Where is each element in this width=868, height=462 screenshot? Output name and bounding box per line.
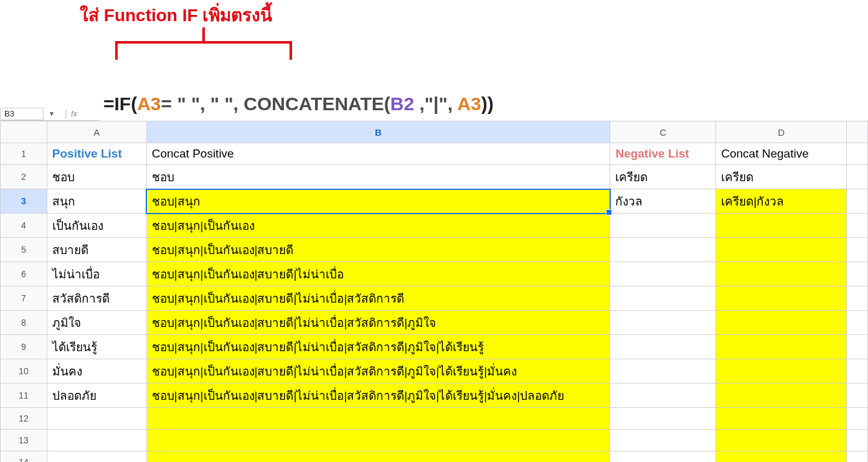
row-num[interactable]: 2	[1, 165, 47, 189]
cell[interactable]	[716, 262, 847, 286]
cell[interactable]: ปลอดภัย	[47, 384, 146, 408]
row-num[interactable]: 10	[1, 359, 47, 384]
name-box-row: ▼ | fx	[0, 107, 100, 121]
row-num[interactable]: 5	[1, 238, 47, 262]
cell[interactable]	[610, 262, 716, 286]
cell[interactable]	[847, 408, 868, 430]
row-num[interactable]: 14	[1, 451, 47, 463]
row-num[interactable]: 8	[1, 311, 47, 335]
table-row: 12	[1, 408, 868, 430]
cell[interactable]	[610, 311, 716, 335]
row-num[interactable]: 6	[1, 262, 47, 286]
cell[interactable]	[847, 335, 868, 359]
annotation-title: ใส่ Function IF เพิ่มตรงนี้	[80, 1, 272, 29]
cell[interactable]	[847, 214, 868, 238]
cell[interactable]	[146, 451, 610, 463]
cell[interactable]	[47, 430, 146, 451]
cell[interactable]	[847, 311, 868, 335]
cell[interactable]	[847, 286, 868, 311]
row-num[interactable]: 4	[1, 214, 47, 238]
cell[interactable]	[716, 408, 847, 430]
col-header-a[interactable]: A	[47, 121, 146, 143]
cell[interactable]: ชอบ|สนุก|เป็นกันเอง	[146, 214, 610, 238]
col-header-b[interactable]: B	[146, 121, 610, 143]
col-header-e[interactable]	[847, 121, 868, 143]
table-row: 10 มั่นคง ชอบ|สนุก|เป็นกันเอง|สบายดี|ไม่…	[1, 359, 868, 384]
cell[interactable]	[847, 430, 868, 451]
cell[interactable]: กังวล	[610, 189, 716, 214]
cell[interactable]	[716, 430, 847, 451]
cell[interactable]	[47, 408, 146, 430]
cell[interactable]: ภูมิใจ	[47, 311, 146, 335]
cell[interactable]: สวัสดิการดี	[47, 286, 146, 311]
cell[interactable]: เป็นกันเอง	[47, 214, 146, 238]
cell[interactable]: มั่นคง	[47, 359, 146, 384]
cell[interactable]	[610, 408, 716, 430]
cell[interactable]: ชอบ|สนุก|เป็นกันเอง|สบายดี|ไม่น่าเบื่อ|ส…	[146, 384, 610, 408]
cell-selected[interactable]: ชอบ|สนุก	[146, 189, 610, 214]
formula-display: =IF(A3= " ", " ", CONCATENATE(B2 ,"|", A…	[103, 93, 494, 115]
row-num[interactable]: 12	[1, 408, 47, 430]
col-header-c[interactable]: C	[610, 121, 716, 143]
cell[interactable]	[847, 262, 868, 286]
cell[interactable]: Concat Negative	[716, 143, 847, 165]
spreadsheet-grid[interactable]: A B C D 1 Positive List Concat Positive …	[0, 121, 868, 462]
cell[interactable]: Negative List	[610, 143, 716, 165]
cell[interactable]	[847, 238, 868, 262]
row-num[interactable]: 11	[1, 384, 47, 408]
fx-label[interactable]: fx	[71, 109, 77, 118]
cell[interactable]: Concat Positive	[146, 143, 610, 165]
name-box-dropdown-icon[interactable]: ▼	[49, 110, 55, 117]
table-row: 4 เป็นกันเอง ชอบ|สนุก|เป็นกันเอง	[1, 214, 868, 238]
col-header-d[interactable]: D	[716, 121, 847, 143]
cell[interactable]: ชอบ|สนุก|เป็นกันเอง|สบายดี|ไม่น่าเบื่อ|ส…	[146, 335, 610, 359]
cell[interactable]	[610, 430, 716, 451]
cell[interactable]: เครียด	[716, 165, 847, 189]
cell[interactable]: ชอบ	[47, 165, 146, 189]
cell[interactable]	[47, 451, 146, 463]
cell[interactable]	[610, 359, 716, 384]
cell[interactable]	[716, 311, 847, 335]
name-box[interactable]	[0, 108, 44, 120]
cell[interactable]	[716, 214, 847, 238]
cell[interactable]: ชอบ|สนุก|เป็นกันเอง|สบายดี|ไม่น่าเบื่อ|ส…	[146, 311, 610, 335]
cell[interactable]	[610, 335, 716, 359]
cell[interactable]: ชอบ	[146, 165, 610, 189]
cell[interactable]: ได้เรียนรู้	[47, 335, 146, 359]
cell[interactable]: ชอบ|สนุก|เป็นกันเอง|สบายดี	[146, 238, 610, 262]
cell[interactable]	[847, 143, 868, 165]
cell[interactable]: ชอบ|สนุก|เป็นกันเอง|สบายดี|ไม่น่าเบื่อ	[146, 262, 610, 286]
cell[interactable]: ชอบ|สนุก|เป็นกันเอง|สบายดี|ไม่น่าเบื่อ|ส…	[146, 286, 610, 311]
cell[interactable]	[716, 451, 847, 463]
cell[interactable]	[847, 359, 868, 384]
cell[interactable]	[716, 238, 847, 262]
cell[interactable]	[716, 359, 847, 384]
cell[interactable]	[146, 408, 610, 430]
cell[interactable]	[610, 214, 716, 238]
cell[interactable]	[716, 286, 847, 311]
select-all-corner[interactable]	[1, 121, 47, 143]
cell[interactable]	[847, 189, 868, 214]
cell[interactable]	[146, 430, 610, 451]
cell[interactable]	[847, 384, 868, 408]
cell[interactable]: ชอบ|สนุก|เป็นกันเอง|สบายดี|ไม่น่าเบื่อ|ส…	[146, 359, 610, 384]
cell[interactable]: เครียด	[610, 165, 716, 189]
cell[interactable]	[610, 286, 716, 311]
cell[interactable]	[716, 384, 847, 408]
cell[interactable]	[610, 451, 716, 463]
cell[interactable]	[716, 335, 847, 359]
cell[interactable]	[610, 238, 716, 262]
cell[interactable]	[847, 451, 868, 463]
row-num[interactable]: 13	[1, 430, 47, 451]
cell[interactable]: ไม่น่าเบื่อ	[47, 262, 146, 286]
row-num[interactable]: 3	[1, 189, 47, 214]
cell[interactable]: Positive List	[47, 143, 146, 165]
cell[interactable]	[610, 384, 716, 408]
cell[interactable]	[847, 165, 868, 189]
cell[interactable]: เครียด|กังวล	[716, 189, 847, 214]
row-num[interactable]: 9	[1, 335, 47, 359]
row-num[interactable]: 1	[1, 143, 47, 165]
row-num[interactable]: 7	[1, 286, 47, 311]
cell[interactable]: สบายดี	[47, 238, 146, 262]
cell[interactable]: สนุก	[47, 189, 146, 214]
